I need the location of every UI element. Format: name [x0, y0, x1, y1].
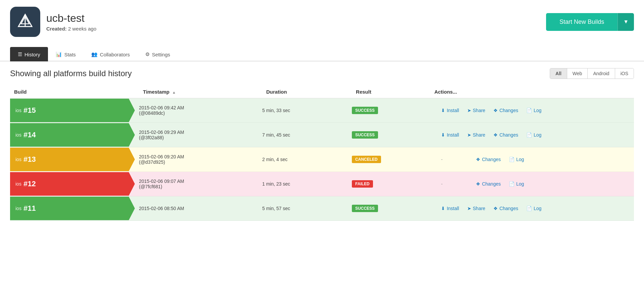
platform-label: ios — [15, 206, 21, 211]
action-label: Changes — [499, 132, 518, 138]
collaborators-icon: 👥 — [91, 51, 98, 57]
build-result: SUCCESS — [352, 98, 430, 123]
action-label: Share — [473, 108, 485, 113]
page-header: ucb-test Created: 2 weeks ago Start New … — [0, 0, 644, 44]
action-label: Share — [473, 206, 485, 211]
build-result: SUCCESS — [352, 196, 430, 221]
build-duration: 1 min, 23 sec — [262, 172, 352, 196]
builds-table-body: ios #152015-02-06 09:42 AM(@08489dc)5 mi… — [10, 98, 634, 221]
action-label: Changes — [482, 181, 501, 187]
filter-android[interactable]: Android — [588, 68, 615, 79]
build-duration: 5 min, 33 sec — [262, 98, 352, 123]
action-log[interactable]: 📄Log — [526, 108, 541, 113]
build-number: #11 — [23, 204, 36, 213]
action-changes[interactable]: ❖Changes — [476, 157, 501, 162]
result-badge: SUCCESS — [352, 131, 378, 139]
build-result: CANCELED — [352, 147, 430, 172]
builds-table: Build Timestamp ▲ Duration Result Action… — [10, 86, 634, 221]
action-label: Install — [447, 132, 459, 138]
created-value: 2 weeks ago — [68, 26, 96, 32]
action-changes[interactable]: ❖Changes — [493, 206, 518, 211]
action-log[interactable]: 📄Log — [509, 181, 524, 187]
filter-web[interactable]: Web — [567, 68, 588, 79]
tab-history-label: History — [24, 52, 40, 57]
filter-ios[interactable]: iOS — [615, 68, 634, 79]
table-row: ios #122015-02-06 09:07 AM(@7fcf681)1 mi… — [10, 172, 634, 196]
col-result: Result — [352, 86, 430, 98]
action-label: Log — [516, 181, 524, 187]
share-icon: ➤ — [467, 108, 471, 113]
build-timestamp: 2015-02-06 08:50 AM — [139, 196, 262, 221]
build-label-14: ios #14 — [10, 123, 129, 147]
build-actions: ⬇Install➤Share❖Changes📄Log — [430, 123, 634, 147]
result-badge: SUCCESS — [352, 107, 378, 114]
tab-collaborators[interactable]: 👥 Collaborators — [84, 47, 138, 61]
no-install-placeholder: - — [441, 157, 468, 162]
created-label: Created: — [46, 26, 67, 32]
main-content: Showing all platforms build history All … — [0, 61, 644, 228]
action-install[interactable]: ⬇Install — [441, 132, 459, 138]
build-duration: 2 min, 4 sec — [262, 147, 352, 172]
col-actions: Actions... — [430, 86, 634, 98]
changes-icon: ❖ — [476, 157, 480, 162]
action-changes[interactable]: ❖Changes — [476, 181, 501, 187]
action-changes[interactable]: ❖Changes — [493, 132, 518, 138]
start-builds-dropdown-button[interactable]: ▼ — [618, 13, 634, 31]
platform-label: ios — [15, 132, 21, 138]
build-timestamp: 2015-02-06 09:29 AM(@3f02a88) — [139, 123, 262, 147]
project-name: ucb-test — [46, 12, 96, 24]
action-share[interactable]: ➤Share — [467, 108, 485, 113]
table-row: ios #112015-02-06 08:50 AM5 min, 57 secS… — [10, 196, 634, 221]
build-number: #15 — [23, 106, 36, 115]
build-number: #13 — [23, 155, 36, 164]
start-builds-group: Start New Builds ▼ — [546, 13, 634, 31]
build-number: #14 — [23, 131, 36, 139]
sort-asc-icon: ▲ — [172, 90, 176, 94]
table-header: Build Timestamp ▲ Duration Result Action… — [10, 86, 634, 98]
build-actions: ⬇Install➤Share❖Changes📄Log — [430, 196, 634, 221]
build-actions: -❖Changes📄Log — [430, 147, 634, 172]
tab-history[interactable]: ☰ History — [10, 47, 48, 61]
build-result: FAILED — [352, 172, 430, 196]
share-icon: ➤ — [467, 132, 471, 138]
action-log[interactable]: 📄Log — [509, 157, 524, 162]
build-duration: 7 min, 45 sec — [262, 123, 352, 147]
platform-filter-group: All Web Android iOS — [550, 68, 634, 79]
install-icon: ⬇ — [441, 132, 445, 138]
build-number: #12 — [23, 180, 36, 188]
action-log[interactable]: 📄Log — [526, 132, 541, 138]
install-icon: ⬇ — [441, 206, 445, 211]
col-timestamp: Timestamp ▲ — [139, 86, 262, 98]
action-label: Install — [447, 206, 459, 211]
tab-stats-label: Stats — [64, 52, 76, 57]
action-share[interactable]: ➤Share — [467, 132, 485, 138]
col-duration: Duration — [262, 86, 352, 98]
platform-label: ios — [15, 108, 21, 113]
action-label: Changes — [499, 206, 518, 211]
log-icon: 📄 — [526, 206, 532, 211]
settings-icon: ⚙ — [145, 51, 150, 57]
action-install[interactable]: ⬇Install — [441, 108, 459, 113]
no-install-placeholder: - — [441, 181, 468, 187]
tab-settings[interactable]: ⚙ Settings — [138, 47, 178, 61]
build-label-11: ios #11 — [10, 197, 129, 220]
tab-stats[interactable]: 📊 Stats — [48, 47, 84, 61]
log-icon: 📄 — [526, 108, 532, 113]
table-row: ios #142015-02-06 09:29 AM(@3f02a88)7 mi… — [10, 123, 634, 147]
build-actions: ⬇Install➤Share❖Changes📄Log — [430, 98, 634, 123]
changes-icon: ❖ — [493, 132, 498, 138]
platform-label: ios — [15, 157, 21, 162]
action-install[interactable]: ⬇Install — [441, 206, 459, 211]
result-badge: SUCCESS — [352, 205, 378, 212]
build-duration: 5 min, 57 sec — [262, 196, 352, 221]
filter-all[interactable]: All — [550, 68, 567, 79]
build-timestamp: 2015-02-06 09:20 AM(@d37d925) — [139, 147, 262, 172]
tab-collaborators-label: Collaborators — [100, 52, 130, 57]
log-icon: 📄 — [526, 132, 532, 138]
start-builds-button[interactable]: Start New Builds — [546, 13, 618, 31]
action-label: Log — [534, 206, 541, 211]
action-log[interactable]: 📄Log — [526, 206, 541, 211]
action-label: Log — [534, 132, 541, 138]
action-changes[interactable]: ❖Changes — [493, 108, 518, 113]
action-share[interactable]: ➤Share — [467, 206, 485, 211]
